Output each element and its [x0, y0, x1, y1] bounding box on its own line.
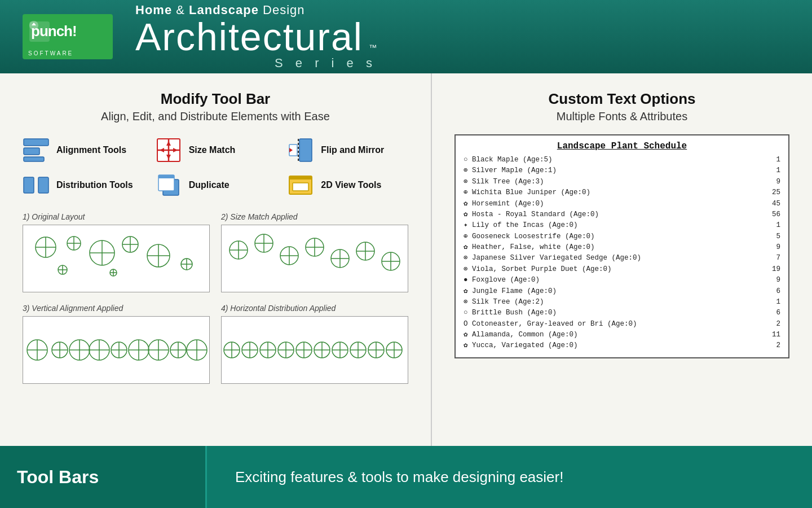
plant-count: 25 [769, 187, 780, 198]
logo: punch! SOFTWARE [23, 14, 113, 59]
plant-name: ○ Brittle Bush (Age:0) [464, 308, 769, 318]
logo-sub: SOFTWARE [28, 50, 107, 56]
demo-horiz-dist-box [221, 316, 408, 384]
plant-count: 6 [769, 286, 780, 297]
demo-horiz-dist: 4) Horizontal Distribution Applied [221, 304, 408, 384]
plant-row: ⊗ Silk Tree (Age:2)1 [464, 297, 780, 308]
plant-count: 6 [769, 308, 780, 318]
plant-count: 9 [769, 242, 780, 253]
header: punch! SOFTWARE Home & Landscape Design … [0, 0, 812, 73]
plant-name: ✿ Allamanda, Common (Age:0) [464, 330, 769, 340]
2d-view-tool-item: 2D View Tools [287, 172, 408, 199]
plant-row: ✿ Allamanda, Common (Age:0)11 [464, 330, 780, 340]
custom-text-subtitle: Multiple Fonts & Attributes [454, 110, 789, 123]
plant-row: ✿ Heather, False, white (Age:0)9 [464, 242, 780, 253]
plant-count: 9 [769, 177, 780, 187]
plant-row: ⊗ Viola, Sorbet Purple Duet (Age:0)19 [464, 264, 780, 275]
plant-row: O Cotoneaster, Gray-leaved or Bri (Age:0… [464, 319, 780, 330]
footer-tagline: Exciting features & tools to make design… [235, 468, 563, 486]
plant-name: ✦ Lily of the Incas (Age:0) [464, 220, 769, 231]
plant-row: ✿ Horsemint (Age:0)45 [464, 199, 780, 209]
plant-count: 11 [769, 330, 780, 340]
plant-name: ⊗ Japanese Silver Variegated Sedge (Age:… [464, 253, 769, 264]
plant-name: ✿ Yucca, Variegated (Age:0) [464, 340, 769, 351]
custom-text-title: Custom Text Options [454, 90, 789, 108]
plant-row: ○ Black Maple (Age:5)1 [464, 155, 780, 165]
alignment-tool-label: Alignment Tools [56, 145, 126, 155]
demo-size-match: 2) Size Match Applied [221, 212, 408, 292]
size-match-tool-item: Size Match [155, 137, 276, 164]
demo-grid: 1) Original Layout [23, 212, 408, 384]
plant-name: ✿ Heather, False, white (Age:0) [464, 242, 769, 253]
demo-vertical-align: 3) Vertical Alignment Applied [23, 304, 210, 384]
2d-view-tool-label: 2D View Tools [321, 180, 381, 190]
plant-count: 2 [769, 340, 780, 351]
footer-left: Tool Bars [0, 446, 207, 508]
svg-rect-4 [24, 148, 39, 155]
plant-name: ⊗ Viola, Sorbet Purple Duet (Age:0) [464, 264, 769, 275]
plant-row: ⊕ Wichita Blue Juniper (Age:0)25 [464, 187, 780, 198]
demo-original-label: 1) Original Layout [23, 212, 210, 221]
modify-toolbar-subtitle: Align, Edit, and Distribute Elements wit… [23, 110, 408, 123]
right-panel: Custom Text Options Multiple Fonts & Att… [432, 73, 812, 446]
tools-grid: Alignment Tools Size Match [23, 137, 408, 199]
plant-count: 1 [769, 165, 780, 176]
plant-name: ⊗ Silk Tree (Age:3) [464, 177, 769, 187]
2d-view-icon [287, 172, 314, 199]
svg-rect-18 [38, 177, 48, 193]
plant-count: 45 [769, 199, 780, 209]
demo-horiz-dist-label: 4) Horizontal Distribution Applied [221, 304, 408, 313]
plant-row: ✦ Lily of the Incas (Age:0)1 [464, 220, 780, 231]
plant-list: ○ Black Maple (Age:5)1⊗ Silver Maple (Ag… [464, 155, 780, 352]
svg-rect-17 [24, 177, 34, 193]
svg-rect-5 [24, 157, 44, 161]
flip-mirror-icon [287, 137, 314, 164]
alignment-icon [23, 137, 50, 164]
footer: Tool Bars Exciting features & tools to m… [0, 446, 812, 508]
svg-rect-23 [289, 176, 312, 179]
svg-rect-24 [293, 183, 308, 191]
alignment-tool-item: Alignment Tools [23, 137, 144, 164]
plant-row: ⊕ Gooseneck Loosestrife (Age:0)5 [464, 231, 780, 242]
size-match-tool-label: Size Match [189, 145, 236, 155]
plant-count: 5 [769, 231, 780, 242]
svg-rect-21 [158, 175, 174, 178]
distribution-icon [23, 172, 50, 199]
plant-row: ✿ Yucca, Variegated (Age:0)2 [464, 340, 780, 351]
plant-name: ⊗ Silver Maple (Age:1) [464, 165, 769, 176]
demo-vertical-align-label: 3) Vertical Alignment Applied [23, 304, 210, 313]
demo-vertical-align-box [23, 316, 210, 384]
plant-schedule-table: Landscape Plant Schedule ○ Black Maple (… [454, 134, 789, 358]
flip-mirror-tool-item: Flip and Mirror [287, 137, 408, 164]
demo-original: 1) Original Layout [23, 212, 210, 292]
svg-rect-13 [299, 139, 312, 161]
main-content: Modify Tool Bar Align, Edit, and Distrib… [0, 73, 812, 446]
plant-count: 56 [769, 209, 780, 220]
footer-tool-bars-label: Tool Bars [17, 467, 99, 488]
plant-name: ✿ Horsemint (Age:0) [464, 199, 769, 209]
plant-row: ✿ Hosta - Royal Standard (Age:0)56 [464, 209, 780, 220]
plant-name: ⊕ Wichita Blue Juniper (Age:0) [464, 187, 769, 198]
plant-row: ⊗ Silk Tree (Age:3)9 [464, 177, 780, 187]
demo-size-match-label: 2) Size Match Applied [221, 212, 408, 221]
left-panel: Modify Tool Bar Align, Edit, and Distrib… [0, 73, 432, 446]
plant-name: ⊕ Gooseneck Loosestrife (Age:0) [464, 231, 769, 242]
plant-row: ○ Brittle Bush (Age:0)6 [464, 308, 780, 318]
logo-text: punch! [28, 17, 107, 49]
demo-original-box [23, 225, 210, 292]
plant-name: ● Foxglove (Age:0) [464, 275, 769, 286]
plant-count: 1 [769, 220, 780, 231]
plant-count: 2 [769, 319, 780, 330]
plant-name: ✿ Hosta - Royal Standard (Age:0) [464, 209, 769, 220]
plant-count: 1 [769, 155, 780, 165]
plant-row: ⊗ Japanese Silver Variegated Sedge (Age:… [464, 253, 780, 264]
plant-row: ⊗ Silver Maple (Age:1)1 [464, 165, 780, 176]
plant-name: O Cotoneaster, Gray-leaved or Bri (Age:0… [464, 319, 769, 330]
demo-size-match-box [221, 225, 408, 292]
plant-count: 19 [769, 264, 780, 275]
header-main-title: Architectural [135, 17, 363, 56]
modify-toolbar-title: Modify Tool Bar [23, 90, 408, 108]
distribution-tool-label: Distribution Tools [56, 180, 133, 190]
size-match-icon [155, 137, 182, 164]
plant-name: ○ Black Maple (Age:5) [464, 155, 769, 165]
